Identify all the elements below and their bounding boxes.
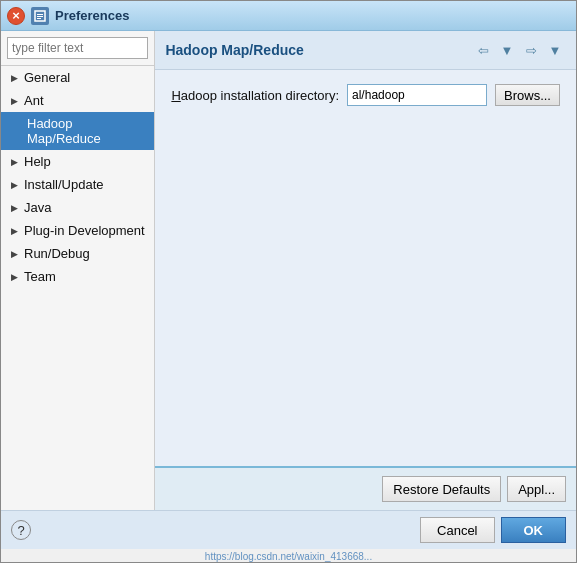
arrow-icon: ▶ (11, 157, 18, 167)
restore-defaults-button[interactable]: Restore Defaults (382, 476, 501, 502)
nav-back-dropdown-button[interactable]: ▼ (496, 39, 518, 61)
hadoop-dir-label-underline: H (171, 88, 180, 103)
filter-input-wrapper[interactable]: ⌫ (7, 37, 148, 59)
window-title: Preferences (55, 8, 129, 23)
hadoop-dir-input[interactable] (347, 84, 487, 106)
main-panel-title: Hadoop Map/Reduce (165, 42, 303, 58)
arrow-icon: ▶ (11, 272, 18, 282)
apply-label: Appl... (518, 482, 555, 497)
window-icon (31, 7, 49, 25)
hadoop-dir-form-row: Hadoop installation directory: Brows... (171, 84, 560, 106)
sidebar-item-label: General (24, 70, 70, 85)
arrow-icon: ▶ (11, 249, 18, 259)
ok-button[interactable]: OK (501, 517, 567, 543)
main-panel: Hadoop Map/Reduce ⇦ ▼ ⇨ ▼ (155, 31, 576, 510)
nav-back-icon: ⇦ (478, 43, 489, 58)
nav-forward-button[interactable]: ⇨ (520, 39, 542, 61)
sidebar: ⌫ ▶ General ▶ Ant Hadoop Map/Reduce ▶ He… (1, 31, 155, 510)
help-button[interactable]: ? (11, 520, 31, 540)
arrow-icon: ▶ (11, 180, 18, 190)
sidebar-item-install[interactable]: ▶ Install/Update (1, 173, 154, 196)
apply-button[interactable]: Appl... (507, 476, 566, 502)
filter-box: ⌫ (1, 31, 154, 66)
sidebar-item-label: Help (24, 154, 51, 169)
chevron-down-icon: ▼ (549, 43, 562, 58)
browse-button-label: Brows... (504, 88, 551, 103)
footer-bar: ? Cancel OK (1, 510, 576, 549)
close-icon: × (12, 8, 20, 23)
sidebar-item-label: Plug-in Development (24, 223, 145, 238)
main-header: Hadoop Map/Reduce ⇦ ▼ ⇨ ▼ (155, 31, 576, 70)
chevron-down-icon: ▼ (501, 43, 514, 58)
sidebar-item-team[interactable]: ▶ Team (1, 265, 154, 288)
sidebar-item-rundebug[interactable]: ▶ Run/Debug (1, 242, 154, 265)
sidebar-item-hadoop[interactable]: Hadoop Map/Reduce (1, 112, 154, 150)
sidebar-item-java[interactable]: ▶ Java (1, 196, 154, 219)
nav-back-button[interactable]: ⇦ (472, 39, 494, 61)
svg-rect-2 (37, 16, 43, 17)
help-icon: ? (17, 523, 24, 538)
bottom-bar: Restore Defaults Appl... (155, 466, 576, 510)
hadoop-dir-label: Hadoop installation directory: (171, 88, 339, 103)
sidebar-item-general[interactable]: ▶ General (1, 66, 154, 89)
nav-forward-icon: ⇨ (526, 43, 537, 58)
cancel-button[interactable]: Cancel (420, 517, 494, 543)
nav-forward-dropdown-button[interactable]: ▼ (544, 39, 566, 61)
title-bar: × Preferences (1, 1, 576, 31)
hadoop-dir-label-text: adoop installation directory: (181, 88, 339, 103)
close-button[interactable]: × (7, 7, 25, 25)
sidebar-item-plugin[interactable]: ▶ Plug-in Development (1, 219, 154, 242)
preferences-window: × Preferences ⌫ ▶ General (0, 0, 577, 563)
header-nav-buttons: ⇦ ▼ ⇨ ▼ (472, 39, 566, 61)
sidebar-item-label: Install/Update (24, 177, 104, 192)
cancel-label: Cancel (437, 523, 477, 538)
sidebar-item-label: Run/Debug (24, 246, 90, 261)
sidebar-item-help[interactable]: ▶ Help (1, 150, 154, 173)
sidebar-item-label: Hadoop Map/Reduce (27, 116, 148, 146)
arrow-icon: ▶ (11, 203, 18, 213)
sidebar-item-label: Java (24, 200, 51, 215)
url-hint: https://blog.csdn.net/waixin_413668... (1, 551, 576, 562)
ok-label: OK (524, 523, 544, 538)
footer-buttons: Cancel OK (420, 517, 566, 543)
content-area: ⌫ ▶ General ▶ Ant Hadoop Map/Reduce ▶ He… (1, 31, 576, 510)
filter-input[interactable] (12, 41, 155, 55)
sidebar-item-ant[interactable]: ▶ Ant (1, 89, 154, 112)
arrow-icon: ▶ (11, 226, 18, 236)
svg-rect-1 (37, 14, 43, 15)
arrow-icon: ▶ (11, 96, 18, 106)
sidebar-item-label: Team (24, 269, 56, 284)
browse-button[interactable]: Brows... (495, 84, 560, 106)
restore-defaults-label: Restore Defaults (393, 482, 490, 497)
main-content: Hadoop installation directory: Brows... (155, 70, 576, 466)
arrow-icon: ▶ (11, 73, 18, 83)
svg-rect-3 (37, 18, 41, 19)
sidebar-item-label: Ant (24, 93, 44, 108)
